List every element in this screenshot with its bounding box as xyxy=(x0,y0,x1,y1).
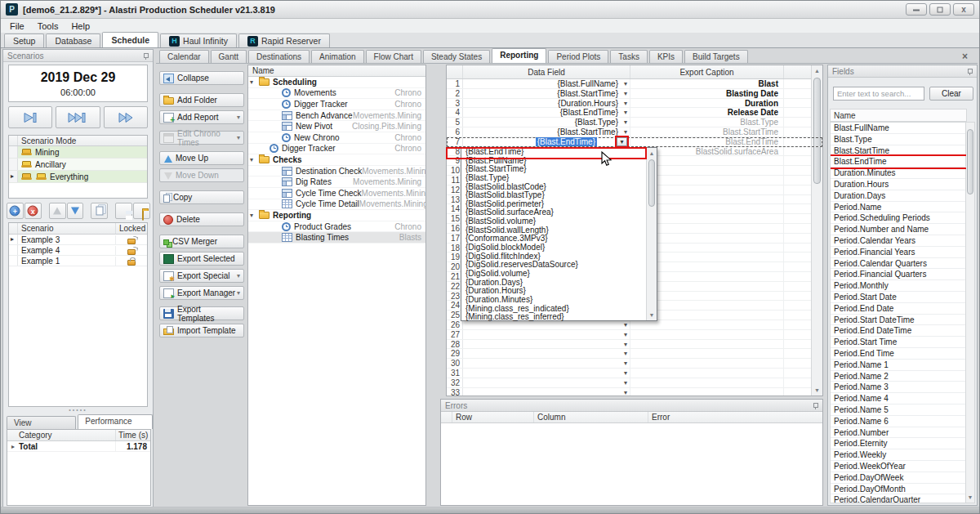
locked-icon[interactable] xyxy=(127,260,136,266)
data-field-cell[interactable] xyxy=(463,388,630,397)
grid-row[interactable]: 32 xyxy=(447,378,822,388)
scenario-row[interactable]: Example 1 xyxy=(9,256,147,266)
export-caption-cell[interactable]: Duration xyxy=(630,99,784,108)
field-list-item[interactable]: Period.DayOfWeek xyxy=(831,472,966,484)
tree-item[interactable]: Destination Check Movements.Mining xyxy=(248,166,425,177)
export-caption-cell[interactable] xyxy=(630,388,784,397)
scenario-mode-row[interactable]: Mining xyxy=(9,146,147,159)
minimize-button[interactable] xyxy=(906,3,927,16)
splitter-handle[interactable]: ••••• xyxy=(3,407,153,413)
maximize-button[interactable] xyxy=(929,3,951,16)
main-tab[interactable]: Database xyxy=(46,34,100,47)
scenario-row[interactable]: Example 3 xyxy=(9,235,147,245)
dropdown-item[interactable]: {DigSolid.volume} xyxy=(461,270,657,279)
grid-row[interactable]: 4 {Blast.EndTime} Release Date xyxy=(447,108,822,118)
field-list-item[interactable]: Period.End Date xyxy=(831,303,966,315)
tree-item[interactable]: Reporting xyxy=(248,210,425,221)
grid-row[interactable]: 3 {Duration.Hours} Duration xyxy=(447,99,822,109)
tree-item[interactable]: Blasting Times Blasts xyxy=(248,232,425,244)
tree-item[interactable]: Product Grades Chrono xyxy=(248,221,425,233)
field-list-item[interactable]: Blast.FullName xyxy=(831,123,966,134)
toolbar-button[interactable]: Export Templates xyxy=(159,306,244,320)
field-list-item[interactable]: Period.Monthly xyxy=(831,280,966,292)
data-field-cell[interactable]: {Duration.Hours} xyxy=(463,99,630,108)
expander-icon[interactable] xyxy=(250,156,259,163)
tree-item[interactable]: Cycle Time Check Movements.Mining xyxy=(248,188,425,199)
data-field-cell[interactable] xyxy=(463,378,630,387)
error-column-column-header[interactable]: Column xyxy=(534,412,648,422)
delete-scenario-button[interactable]: x xyxy=(24,203,42,219)
bottom-tab[interactable]: View Configuration xyxy=(7,416,76,429)
field-list-item[interactable]: Blast.StartTime xyxy=(831,145,966,157)
step-forward-button[interactable] xyxy=(8,106,52,128)
dropdown-item[interactable]: {Mining.class_res_inferred} xyxy=(461,313,657,322)
grid-scrollbar[interactable]: ▲ ▼ xyxy=(811,65,822,396)
toolbar-button[interactable]: Export Special xyxy=(159,269,244,283)
expand-icon[interactable]: ▸ xyxy=(7,441,19,451)
data-field-cell[interactable]: {Blast.StartTime} xyxy=(463,89,630,98)
field-list-item[interactable]: Period.Financial Years xyxy=(831,247,966,258)
report-tab[interactable]: Animation xyxy=(311,50,363,63)
report-tab[interactable]: Calendar xyxy=(159,50,209,63)
data-field-cell[interactable] xyxy=(463,369,630,378)
field-list-item[interactable]: Period.Eternity xyxy=(831,438,966,449)
field-list-item[interactable]: Period.WeekOfYear xyxy=(831,461,966,472)
export-caption-cell[interactable] xyxy=(630,340,784,349)
grid-row[interactable]: 29 xyxy=(447,349,822,359)
data-field-cell[interactable]: {Blast.FullName} xyxy=(463,79,630,88)
field-search-input[interactable] xyxy=(833,87,924,101)
export-caption-cell[interactable]: Blast.Type xyxy=(630,118,784,127)
field-list-item[interactable]: Period.Start Time xyxy=(831,337,966,348)
export-caption-cell[interactable] xyxy=(630,349,784,358)
field-list-item[interactable]: Period.Name xyxy=(831,202,966,213)
tree-item[interactable]: Bench Advance Movements.Mining xyxy=(248,110,425,122)
data-field-column-header[interactable]: Data Field xyxy=(463,65,630,78)
move-scenario-down-button[interactable] xyxy=(67,203,84,219)
toolbar-button[interactable]: Add Folder xyxy=(159,93,244,107)
scrollbar-thumb[interactable] xyxy=(967,129,973,194)
export-caption-cell[interactable]: Release Date xyxy=(630,108,784,117)
menu-item[interactable]: Help xyxy=(65,20,96,33)
scenario-list-header[interactable]: Scenario Locked xyxy=(9,223,147,235)
grid-row[interactable]: 27 xyxy=(447,330,822,340)
fast-forward-to-end-button[interactable] xyxy=(56,106,100,128)
field-list-item[interactable]: Period.Number and Name xyxy=(831,224,966,235)
toolbar-button[interactable]: Add Report xyxy=(159,110,244,124)
menu-item[interactable]: Tools xyxy=(31,20,65,33)
toolbar-button[interactable]: Delete xyxy=(159,212,244,226)
grid-row[interactable]: 5 {Blast.Type} Blast.Type xyxy=(447,118,822,127)
grid-row[interactable]: 6 {Blast.StartTime} Blast.StartTime xyxy=(447,127,822,137)
field-list-item[interactable]: Period.Name 4 xyxy=(831,393,966,404)
field-list-item[interactable]: Period.Weekly xyxy=(831,449,966,461)
report-tab[interactable]: Reporting xyxy=(492,48,546,63)
time-column-header[interactable]: Time (s) xyxy=(116,430,150,440)
expander-icon[interactable] xyxy=(250,78,259,86)
grid-row[interactable]: 33 xyxy=(447,388,822,397)
report-tab[interactable]: Period Plots xyxy=(548,50,608,63)
tree-item[interactable]: Digger Tracker Chrono xyxy=(248,144,425,155)
report-tab[interactable]: Build Targets xyxy=(684,50,748,63)
report-tab[interactable]: KPIs xyxy=(649,50,683,63)
bottom-tab[interactable]: Performance Profiler xyxy=(78,414,153,429)
data-field-cell[interactable] xyxy=(463,340,630,349)
pin-icon[interactable] xyxy=(143,53,149,59)
grid-row[interactable]: 30 xyxy=(447,359,822,369)
locked-column-header[interactable]: Locked xyxy=(116,223,147,234)
scrollbar-thumb[interactable] xyxy=(813,78,821,184)
export-caption-cell[interactable] xyxy=(630,330,784,339)
close-button[interactable]: x xyxy=(953,3,974,16)
toolbar-button[interactable]: Move Down xyxy=(159,168,244,182)
data-field-cell[interactable]: {Blast.EndTime} xyxy=(463,108,630,117)
open-button[interactable] xyxy=(133,203,150,219)
scroll-down-icon[interactable]: ▼ xyxy=(966,492,974,503)
main-tab[interactable]: H Haul Infinity xyxy=(160,34,237,47)
data-field-cell[interactable] xyxy=(463,330,630,339)
fast-forward-button[interactable] xyxy=(104,106,148,128)
field-list-item[interactable]: Period.CalendarQuarter xyxy=(831,494,966,503)
scroll-down-icon[interactable]: ▼ xyxy=(812,385,822,396)
scenario-mode-row[interactable]: Everything xyxy=(9,171,147,183)
menu-item[interactable]: File xyxy=(3,20,31,33)
toolbar-button[interactable]: Copy xyxy=(159,190,244,204)
report-tab[interactable]: Destinations xyxy=(248,50,310,63)
export-caption-cell[interactable] xyxy=(630,369,784,378)
